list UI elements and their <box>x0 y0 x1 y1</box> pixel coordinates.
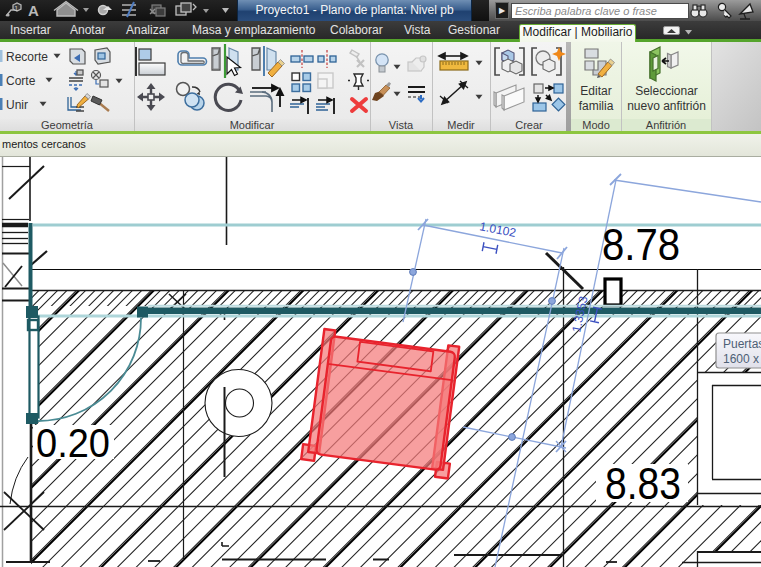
svg-text:1: 1 <box>14 5 18 12</box>
svg-text:A: A <box>28 2 39 19</box>
svg-text:Puertas: Puertas <box>723 337 761 351</box>
svg-text:1600 x 2: 1600 x 2 <box>723 352 761 366</box>
svg-text:8.78: 8.78 <box>602 220 680 269</box>
svg-text:0.20: 0.20 <box>36 420 110 466</box>
svg-text:8.83: 8.83 <box>605 459 681 508</box>
